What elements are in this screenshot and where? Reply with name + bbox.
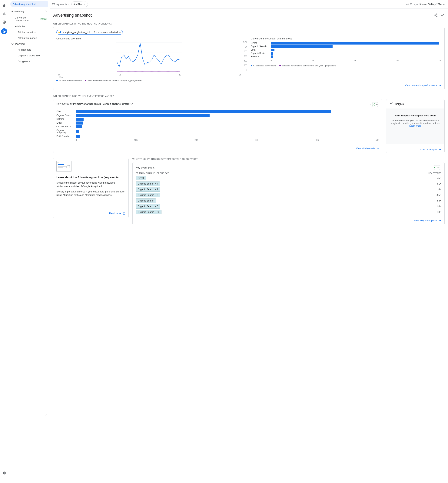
insights-title: Insights [395,103,404,105]
svg-point-5 [4,31,5,32]
x-axis-labels: 010K20K30K40K50K [56,139,379,141]
chart-title: Conversions by Default channel group [251,37,442,40]
view-all-channels-link[interactable]: View all channels [356,147,379,150]
path-row: Organic Search × 44.1K [136,182,441,186]
main-content: 3/3 key events Add filter ＋ Last 28 days… [50,0,448,483]
check-icon: ✓ [434,166,437,169]
channel-chip: Organic Search × 3 [136,193,160,197]
channel-chip: Organic Search × 5 [136,204,160,209]
add-filter-button[interactable]: Add filter ＋ [72,1,88,7]
beta-badge: BETA [40,18,47,20]
key-events-title[interactable]: Key events by Primary channel group (Def… [56,102,132,105]
learn-illustration [56,161,72,172]
reports-icon[interactable] [2,12,6,16]
x-axis-labels: 02K4K6K8K [251,59,442,62]
svg-rect-1 [4,12,4,15]
channel-chip: Organic Search [136,199,156,203]
section-label: WHICH CHANNELS DRIVE KEY EVENT PERFORMAN… [53,95,445,97]
key-events-dropdown[interactable]: 3/3 key events [52,3,69,6]
path-row: Organic Search × 51.6K [136,204,441,209]
sidebar-item-attribution-models[interactable]: Attribution models [8,35,50,41]
nav-rail [0,0,8,483]
sidebar-item-all-channels[interactable]: All channels [8,47,50,53]
channel-chip: Direct [136,176,146,180]
share-icon[interactable] [434,13,438,17]
chevron-down-icon [11,42,13,45]
advertising-icon[interactable] [1,28,7,34]
read-more-link[interactable]: Read more [109,212,125,215]
path-row: Organic Search × 33.5K [136,193,441,197]
channel-chip: Organic Search × 2 [136,187,160,192]
chevron-down-icon [11,25,13,27]
channel-chip: Organic Search × 20 [136,210,161,214]
path-row: Direct45K [136,176,441,180]
chevron-down-icon [67,3,69,5]
collapse-sidebar-button[interactable] [45,414,47,417]
learn-more-link[interactable]: Learn more [409,125,421,127]
bar-row: Organic Shopping [56,129,379,134]
sidebar-item-dv360[interactable]: Display & Video 360 [8,53,50,58]
bar-row: Direct [56,110,379,113]
bar-chart: DirectOrganic SearchEmailOrganic SocialR… [251,42,442,58]
sidebar-item-attribution[interactable]: Attribution [8,23,50,29]
plus-icon: ＋ [84,3,86,6]
date-range-picker[interactable]: Last 28 days 3 May - 30 May 2024 [405,3,445,6]
view-all-insights-link[interactable]: View all insights [420,148,441,151]
home-icon[interactable] [2,3,6,8]
chevron-down-icon [131,102,133,104]
bar-row: Organic Social [251,52,442,55]
learn-card: Learn about the Advertising section (key… [53,158,129,218]
section-label: WHICH CHANNELS DRIVE THE MOST CONVERSION… [53,23,445,25]
topbar: 3/3 key events Add filter ＋ Last 28 days… [50,0,448,9]
path-row: Organic Search × 24K [136,187,441,192]
explore-icon[interactable] [2,20,6,24]
sidebar-group-advertising[interactable]: Advertising [8,8,50,15]
chevron-up-icon [45,10,47,12]
chart-title: Conversions over time [56,37,247,40]
key-events-card: Key events by Primary channel group (Def… [53,99,382,153]
sidebar: Advertising snapshot Advertising Convers… [8,0,50,483]
svg-rect-2 [5,14,5,15]
view-key-event-paths-link[interactable]: View key event paths [414,219,441,222]
chevron-down-icon [376,103,378,105]
bar-row: Organic Social [56,125,379,128]
chevron-down-icon [443,3,445,5]
bar-row: Referral [56,118,379,121]
settings-icon[interactable] [2,471,6,475]
learn-heading: Learn about the Advertising section (key… [56,176,125,179]
bar-row: Organic Search [56,114,379,117]
view-conversion-performance-link[interactable]: View conversion performance [405,84,441,87]
bar-chart: DirectOrganic SearchReferralEmailOrganic… [56,110,379,138]
check-icon: ✓ [372,103,375,106]
status-dropdown[interactable]: ✓ [370,102,379,107]
page-title: Advertising snapshot [53,13,92,18]
svg-rect-0 [3,13,3,15]
path-row: Organic Search3.3K [136,199,441,203]
sparkle-icon [389,102,393,106]
sidebar-item-planning[interactable]: Planning [8,41,50,47]
sidebar-item-snapshot[interactable]: Advertising snapshot [10,1,48,7]
bar-row: Organic Search [251,45,442,48]
insights-card: Insights Your Insights will appear here … [386,99,445,153]
insights-icon[interactable] [441,13,445,17]
paths-title: Key event paths [136,166,154,169]
analytics-logo-icon [58,31,61,34]
bar-row: Paid Search [56,135,379,138]
svg-point-3 [3,21,6,24]
bar-row: Email [56,121,379,125]
sidebar-item-google-ads[interactable]: Google Ads [8,58,50,64]
channel-chip: Organic Search × 4 [136,182,160,186]
bar-row: Referral [251,56,442,58]
line-chart: 02004006008001K1.2K [56,41,247,73]
status-dropdown[interactable]: ✓ [433,165,441,170]
bar-row: Email [251,49,442,51]
bar-row: Direct [251,42,442,45]
source-selector-pill[interactable]: analytics_googlestore_NA | 5 conversions… [56,30,123,34]
chart-legend: All selected conversions Selected conver… [56,79,247,81]
chevron-down-icon [119,31,121,33]
chevron-down-icon [438,166,440,168]
sidebar-item-conversion-performance[interactable]: Conversion performance BETA [8,15,50,23]
path-row: Organic Search × 201.3K [136,210,441,214]
conversions-card: analytics_googlestore_NA | 5 conversions… [53,27,445,90]
sidebar-item-attribution-paths[interactable]: Attribution paths [8,29,50,35]
